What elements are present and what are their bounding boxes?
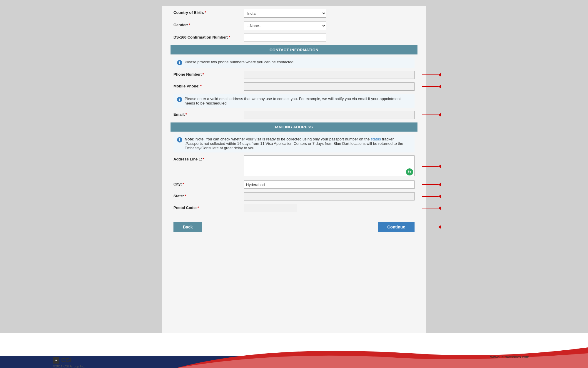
country-of-birth-row: Country of Birth:* India <box>171 9 417 18</box>
postal-code-control <box>244 204 415 212</box>
gender-select[interactable]: --None-- <box>244 21 326 30</box>
cgi-logo-text: CGI <box>61 357 72 364</box>
email-info-message: Please enter a valid email address that … <box>185 97 411 105</box>
mobile-phone-row: Mobile Phone:* <box>171 82 417 91</box>
ds160-input[interactable] <box>244 34 326 42</box>
footer-copyright: ©2011 CGI Group Inc. <box>53 364 85 368</box>
email-label: Email:* <box>173 111 244 117</box>
info-icon-mailing: i <box>177 137 182 142</box>
country-of-birth-control: India <box>244 9 415 18</box>
mailing-section-header: MAILING ADDRESS <box>171 122 417 132</box>
city-label: City:* <box>173 180 244 186</box>
phone-number-input[interactable] <box>244 71 415 79</box>
ds160-row: DS-160 Confirmation Number:* <box>171 34 417 42</box>
contact-info-box: i Please provide two phone numbers where… <box>173 57 415 68</box>
state-control <box>244 192 415 200</box>
address-line1-input[interactable] <box>244 155 415 176</box>
email-row: Email:* <box>171 111 417 119</box>
postal-code-row: Postal Code:* <box>171 204 417 212</box>
email-info-box: i Please enter a valid email address tha… <box>173 94 415 108</box>
continue-arrow <box>422 225 441 229</box>
mobile-arrow <box>422 85 441 88</box>
address-arrow <box>422 165 441 168</box>
phone-number-control <box>244 71 415 79</box>
country-of-birth-select[interactable]: India <box>244 9 326 18</box>
state-input[interactable] <box>244 192 415 200</box>
email-arrow <box>422 113 441 117</box>
info-icon-contact: i <box>177 60 182 65</box>
phone-number-row: Phone Number:* <box>171 71 417 79</box>
city-row: City:* Hyderabad <box>171 180 417 189</box>
contact-info-message: Please provide two phone numbers where y… <box>185 60 295 64</box>
gender-control: --None-- <box>244 21 415 30</box>
mobile-phone-input[interactable] <box>244 82 415 91</box>
mailing-info-box: i Note: Note: You can check whether your… <box>173 135 415 152</box>
ds160-label: DS-160 Confirmation Number:* <box>173 34 244 39</box>
cgi-logo-box: ■ <box>53 357 59 364</box>
footer-content: ■ CGI <box>53 357 72 364</box>
address-line1-row: Address Line 1:* ↻ <box>171 155 417 177</box>
country-of-birth-label: Country of Birth:* <box>173 9 244 15</box>
mobile-phone-control <box>244 82 415 91</box>
phone-arrow <box>422 73 441 77</box>
mailing-note-text: Note: Note: You can check whether your v… <box>185 137 411 150</box>
cgi-logo: ■ CGI <box>53 357 72 364</box>
mobile-phone-label: Mobile Phone:* <box>173 82 244 88</box>
address-line1-label: Address Line 1:* <box>173 155 244 161</box>
ds160-control <box>244 34 415 42</box>
city-control: Hyderabad <box>244 180 415 189</box>
phone-number-label: Phone Number:* <box>173 71 244 77</box>
info-icon-email: i <box>177 97 182 102</box>
address-line1-control: ↻ <box>244 155 415 177</box>
email-input[interactable] <box>244 111 415 119</box>
postal-code-input[interactable] <box>244 204 297 212</box>
footer-url: www.ustraveldocs.com <box>490 355 529 359</box>
state-row: State:* <box>171 192 417 200</box>
city-arrow <box>422 183 441 186</box>
state-arrow <box>422 195 441 198</box>
city-input[interactable]: Hyderabad <box>244 180 415 189</box>
postal-arrow <box>422 206 441 210</box>
refresh-icon[interactable]: ↻ <box>406 168 413 175</box>
footer-wave-svg <box>0 333 588 368</box>
state-label: State:* <box>173 192 244 198</box>
gender-row: Gender:* --None-- <box>171 21 417 30</box>
email-control <box>244 111 415 119</box>
contact-section-header: CONTACT INFORMATION <box>171 45 417 54</box>
back-button[interactable]: Back <box>173 222 202 232</box>
footer: ■ CGI ©2011 CGI Group Inc. www.ustraveld… <box>0 333 588 368</box>
status-link[interactable]: status <box>371 137 381 141</box>
continue-button[interactable]: Continue <box>378 222 415 232</box>
postal-code-label: Postal Code:* <box>173 204 244 210</box>
gender-label: Gender:* <box>173 21 244 27</box>
button-row: Back Continue <box>162 216 426 235</box>
